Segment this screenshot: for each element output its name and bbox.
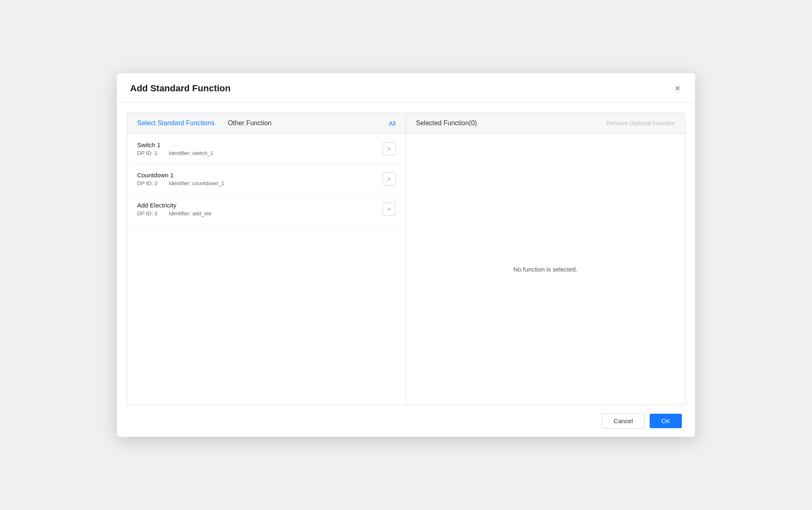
- add-standard-function-dialog: Add Standard Function × Select Standard …: [117, 73, 695, 437]
- remove-optional-function-button[interactable]: Remove Optional Function: [606, 120, 675, 126]
- identifier-add-electricity: Identifier: add_ele: [169, 210, 216, 217]
- function-info-add-electricity: Add Electricity DP ID: 3 Identifier: add…: [137, 202, 221, 217]
- dp-id-switch1: DP ID: 1: [137, 150, 162, 156]
- function-list: Switch 1 DP ID: 1 Identifier: switch_1 >…: [127, 134, 406, 405]
- left-panel-header: Select Standard Functions Other Function…: [127, 113, 406, 134]
- tab-other-function[interactable]: Other Function: [228, 119, 272, 127]
- selected-function-title: Selected Function(0): [416, 119, 477, 127]
- no-selection-message: No function is selected.: [406, 134, 685, 405]
- function-meta-countdown1: DP ID: 2 Identifier: countdown_1: [137, 180, 234, 186]
- function-name-countdown1: Countdown 1: [137, 172, 234, 179]
- dp-id-add-electricity: DP ID: 3: [137, 210, 162, 217]
- function-info-switch1: Switch 1 DP ID: 1 Identifier: switch_1: [137, 141, 223, 156]
- function-name-add-electricity: Add Electricity: [137, 202, 221, 209]
- tab-all[interactable]: All: [389, 120, 396, 127]
- dialog-body: Select Standard Functions Other Function…: [117, 102, 695, 405]
- dp-id-countdown1: DP ID: 2: [137, 180, 162, 186]
- main-panel: Select Standard Functions Other Function…: [127, 112, 685, 405]
- function-name-switch1: Switch 1: [137, 141, 223, 148]
- function-item-countdown1[interactable]: Countdown 1 DP ID: 2 Identifier: countdo…: [127, 164, 406, 194]
- dialog-footer: Cancel OK: [117, 405, 695, 437]
- cancel-button[interactable]: Cancel: [602, 413, 645, 429]
- add-add-electricity-button[interactable]: >: [382, 203, 396, 216]
- function-meta-add-electricity: DP ID: 3 Identifier: add_ele: [137, 210, 221, 217]
- dialog-header: Add Standard Function ×: [117, 73, 695, 102]
- ok-button[interactable]: OK: [650, 414, 682, 428]
- dialog-title: Add Standard Function: [130, 83, 230, 94]
- add-switch1-button[interactable]: >: [382, 142, 396, 155]
- add-countdown1-button[interactable]: >: [382, 172, 396, 186]
- function-item-add-electricity[interactable]: Add Electricity DP ID: 3 Identifier: add…: [127, 194, 406, 224]
- right-panel: Selected Function(0) Remove Optional Fun…: [406, 113, 685, 405]
- close-button[interactable]: ×: [673, 82, 682, 95]
- right-panel-header: Selected Function(0) Remove Optional Fun…: [406, 113, 685, 134]
- function-meta-switch1: DP ID: 1 Identifier: switch_1: [137, 150, 223, 156]
- identifier-countdown1: Identifier: countdown_1: [169, 180, 229, 186]
- left-panel: Select Standard Functions Other Function…: [127, 113, 406, 405]
- function-item-switch1[interactable]: Switch 1 DP ID: 1 Identifier: switch_1 >: [127, 134, 406, 164]
- tab-select-standard-functions[interactable]: Select Standard Functions: [137, 119, 215, 127]
- function-info-countdown1: Countdown 1 DP ID: 2 Identifier: countdo…: [137, 172, 234, 186]
- identifier-switch1: Identifier: switch_1: [169, 150, 218, 156]
